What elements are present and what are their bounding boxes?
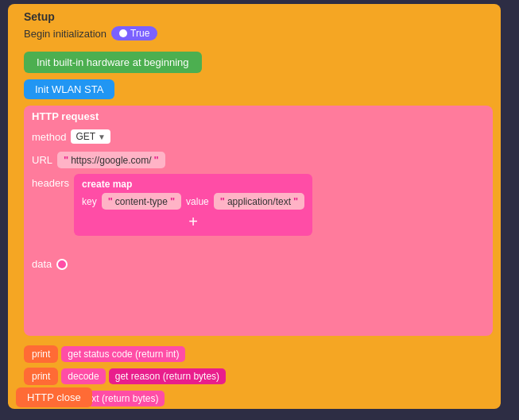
method-value: GET	[76, 131, 95, 142]
toggle-dot	[119, 29, 127, 37]
begin-init-label: Begin initialization	[24, 28, 107, 40]
app-text-block[interactable]: " application/text "	[214, 193, 304, 210]
method-dropdown[interactable]: GET ▼	[71, 129, 110, 144]
map-label: create map	[82, 179, 304, 190]
open-quote-icon3: "	[220, 195, 225, 207]
http-close-block[interactable]: HTTP close	[16, 387, 92, 407]
print-row-1: print get status code (return int)	[24, 345, 185, 363]
print-row-2: print decode get reason (return bytes)	[24, 368, 226, 385]
decode-block[interactable]: decode	[61, 368, 105, 384]
blue-block[interactable]: Init WLAN STA	[24, 79, 114, 99]
map-container: create map key " content-type " value " …	[74, 174, 312, 236]
url-label: URL	[32, 154, 52, 166]
http-label: HTTP request	[32, 110, 485, 122]
app-text-value: application/text	[227, 196, 291, 207]
toggle-pill[interactable]: True	[111, 26, 157, 40]
main-container: Setup Begin initialization True Init bui…	[8, 4, 501, 409]
reason-block[interactable]: get reason (return bytes)	[109, 368, 226, 384]
print-button-2[interactable]: print	[24, 368, 58, 385]
content-type-block[interactable]: " content-type "	[102, 193, 181, 210]
close-quote-icon2: "	[170, 195, 175, 207]
url-value: https://google.com/	[71, 155, 151, 166]
print-button-1[interactable]: print	[24, 345, 58, 363]
close-quote-icon3: "	[293, 195, 298, 207]
value-label: value	[186, 196, 209, 207]
dropdown-arrow-icon: ▼	[98, 133, 106, 141]
status-code-block[interactable]: get status code (return int)	[61, 346, 185, 362]
method-label: method	[32, 131, 66, 143]
content-type-value: content-type	[115, 196, 168, 207]
setup-label: Setup	[24, 10, 55, 23]
data-label: data	[32, 258, 52, 270]
http-close-label: HTTP close	[27, 391, 81, 403]
add-map-entry-button[interactable]: +	[82, 213, 304, 231]
map-row: key " content-type " value " application…	[82, 193, 304, 210]
begin-init-row: Begin initialization True	[24, 26, 157, 40]
open-quote-icon: "	[64, 154, 68, 166]
key-label: key	[82, 196, 97, 207]
connector-icon	[56, 259, 68, 270]
close-quote-icon: "	[154, 154, 159, 166]
http-container: HTTP request method GET ▼ URL " https://…	[24, 106, 493, 336]
green-block[interactable]: Init built-in hardware at beginning	[24, 52, 202, 73]
open-quote-icon2: "	[108, 195, 113, 207]
headers-label: headers	[32, 177, 69, 189]
toggle-value: True	[130, 28, 149, 39]
url-string-block[interactable]: " https://google.com/ "	[57, 152, 165, 168]
